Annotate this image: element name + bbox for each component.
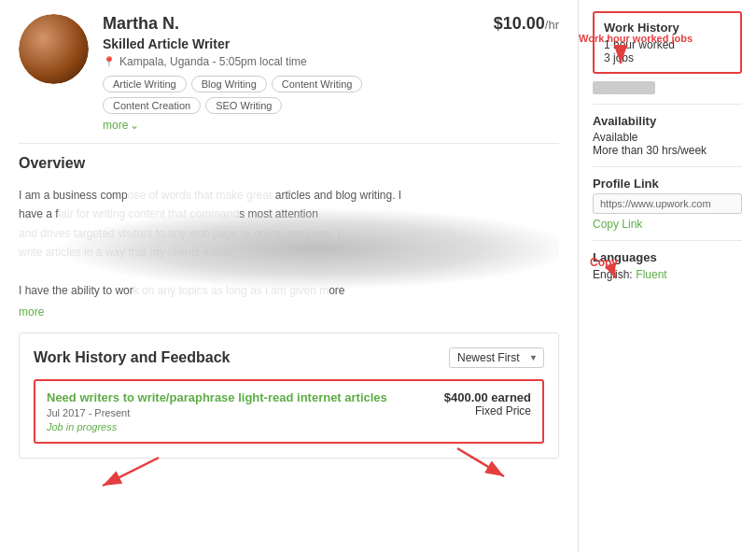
profile-info: Martha N. Skilled Article Writer 📍 Kampa…	[103, 14, 480, 132]
job-title[interactable]: Need writers to write/paraphrase light-r…	[47, 390, 387, 404]
sidebar-earned-blur: $$$$ earned	[593, 81, 742, 94]
tag-content-creation[interactable]: Content Creation	[103, 97, 201, 114]
tag-blog-writing[interactable]: Blog Writing	[191, 76, 267, 92]
overview-container: I am a business compose of words that ma…	[19, 186, 559, 300]
sidebar: Work History 1 hour worked 3 jobs $$$$ e…	[579, 0, 756, 552]
sidebar-languages-title: Languages	[593, 250, 742, 264]
job-type: Fixed Price	[444, 404, 531, 418]
sort-select[interactable]: Newest First	[449, 347, 544, 368]
read-more-link[interactable]: more	[19, 304, 559, 318]
sidebar-availability-hours: More than 30 hrs/week	[593, 144, 742, 157]
sidebar-hours-worked: 1 hour worked	[604, 38, 731, 51]
profile-location: 📍 Kampala, Uganda - 5:05pm local time	[103, 55, 480, 68]
work-history-header: Work History and Feedback Newest First	[34, 347, 544, 368]
job-card: Need writers to write/paraphrase light-r…	[34, 379, 544, 444]
job-earned: $400.00 earned	[444, 390, 531, 404]
tag-article-writing[interactable]: Article Writing	[103, 76, 187, 92]
sidebar-language-entry: English: Fluent	[593, 267, 742, 281]
more-link[interactable]: more ⌄	[103, 119, 480, 132]
sidebar-language-name: English:	[593, 268, 633, 281]
overview-text: I am a business compose of words that ma…	[19, 186, 559, 300]
sidebar-divider-1	[593, 104, 742, 105]
profile-name: Martha N.	[103, 14, 480, 34]
sidebar-language-level: Fluent	[636, 268, 666, 281]
work-history-section: Work History and Feedback Newest First N…	[19, 333, 559, 459]
sidebar-availability-title: Availability	[593, 114, 742, 128]
sort-wrapper[interactable]: Newest First	[449, 347, 544, 368]
job-right: $400.00 earned Fixed Price	[444, 390, 531, 418]
overview-section: Overview I am a business compose of word…	[19, 155, 559, 318]
work-history-title: Work History and Feedback	[34, 349, 230, 366]
location-text: Kampala, Uganda - 5:05pm local time	[119, 55, 307, 68]
hourly-rate: $10.00/hr	[480, 14, 559, 34]
sidebar-profile-link-title: Profile Link	[593, 177, 742, 191]
profile-title: Skilled Article Writer	[103, 36, 480, 51]
job-left: Need writers to write/paraphrase light-r…	[47, 390, 387, 432]
avatar	[19, 14, 89, 84]
sidebar-availability-status: Available	[593, 131, 742, 144]
sidebar-divider-2	[593, 166, 742, 167]
sidebar-work-history-box: Work History 1 hour worked 3 jobs	[593, 11, 742, 74]
job-date: Jul 2017 - Present	[47, 407, 387, 418]
overview-title: Overview	[19, 155, 559, 177]
job-status: Job in progress	[47, 421, 387, 432]
profile-link-input[interactable]	[593, 193, 742, 214]
location-icon: 📍	[103, 56, 116, 68]
sidebar-divider-3	[593, 240, 742, 241]
tags-row-2: Content Creation SEO Writing	[103, 97, 480, 114]
tags-row: Article Writing Blog Writing Content Wri…	[103, 76, 480, 92]
sidebar-jobs-count: 3 jobs	[604, 51, 731, 64]
tag-content-writing[interactable]: Content Writing	[272, 76, 363, 92]
copy-link-button[interactable]: Copy Link	[593, 218, 742, 231]
sidebar-work-history-title: Work History	[604, 21, 731, 35]
tag-seo-writing[interactable]: SEO Writing	[205, 97, 282, 114]
